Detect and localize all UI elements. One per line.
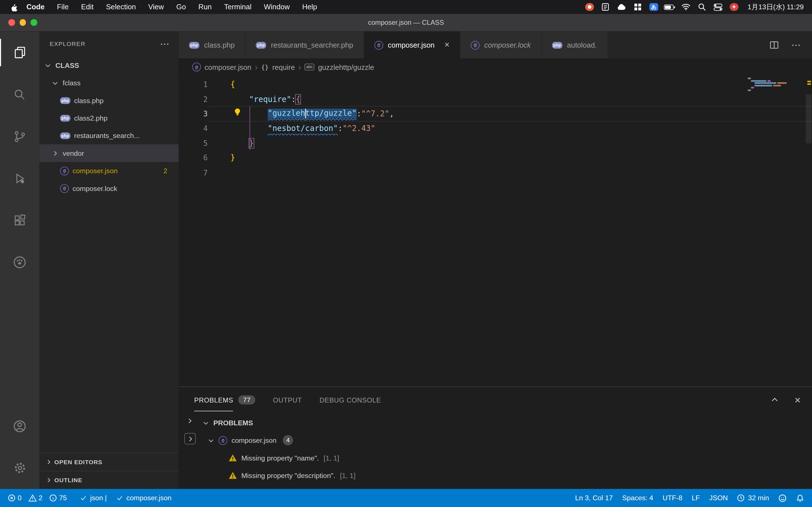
tab-composer-lock[interactable]: @ composer.lock	[460, 32, 542, 59]
wifi-icon[interactable]	[680, 2, 691, 11]
activity-extension-paw[interactable]	[0, 241, 40, 283]
tab-class-php[interactable]: php class.php	[179, 32, 246, 59]
menu-selection[interactable]: Selection	[100, 0, 142, 14]
spotlight-icon[interactable]	[696, 2, 707, 11]
apple-menu-icon[interactable]	[8, 2, 19, 11]
tree-file-composer-lock[interactable]: @ composer.lock	[40, 179, 179, 197]
activity-extensions[interactable]	[0, 199, 40, 241]
git-branch-icon	[13, 129, 27, 143]
tree-folder-vendor[interactable]: vendor	[40, 144, 179, 162]
split-editor-icon[interactable]	[769, 40, 779, 50]
encoding[interactable]: UTF-8	[658, 489, 687, 507]
menu-file[interactable]: File	[51, 0, 74, 14]
menu-help[interactable]: Help	[296, 0, 322, 14]
warning-outline-icon	[28, 494, 36, 502]
indentation[interactable]: Spaces: 4	[617, 489, 658, 507]
menu-terminal[interactable]: Terminal	[218, 0, 257, 14]
problems-summary[interactable]: 0 2 75	[3, 489, 75, 507]
problems-group-label: PROBLEMS	[213, 419, 253, 427]
input-source-icon[interactable]: あ	[648, 2, 659, 11]
panel-tab-problems[interactable]: PROBLEMS 77	[194, 389, 255, 411]
scrollbar-slider[interactable]	[806, 94, 811, 143]
tab-restaurants-searcher-php[interactable]: php restaurants_searcher.php	[246, 32, 364, 59]
cloud-icon[interactable]	[616, 2, 627, 11]
close-panel-icon[interactable]: ×	[795, 396, 801, 404]
composer-icon: @	[192, 62, 201, 71]
chevron-down-icon	[51, 79, 59, 86]
language-mode[interactable]: JSON	[705, 489, 732, 507]
close-tab-icon[interactable]: ×	[444, 41, 449, 49]
activity-explorer[interactable]	[0, 32, 40, 73]
explorer-sidebar: EXPLORER ⋯ CLASS fclass php class.php ph…	[40, 32, 179, 489]
linter-status-json[interactable]: json |	[75, 489, 111, 507]
linter-status-composer[interactable]: composer.json	[111, 489, 176, 507]
activity-settings[interactable]	[0, 447, 40, 489]
overview-ruler[interactable]	[805, 75, 812, 386]
problem-location: [1, 1]	[340, 471, 356, 480]
tree-file-class-php[interactable]: php class.php	[40, 92, 179, 109]
breadcrumb-symbol[interactable]: require	[272, 63, 295, 71]
status-bar: 0 2 75 json | composer.json Ln 3, Col 17…	[0, 489, 812, 507]
tree-file-composer-json[interactable]: @ composer.json 2	[40, 162, 179, 179]
breadcrumb: @ composer.json › {} require › abc guzzl…	[179, 59, 812, 76]
activity-search[interactable]	[0, 73, 40, 115]
tab-autoload[interactable]: php autoload.	[542, 32, 608, 59]
code-editor[interactable]: 1 { 2 "require": { 3 "guzzlehttp/guzzle"…	[179, 75, 812, 386]
panel-tab-debug-console[interactable]: DEBUG CONSOLE	[319, 389, 381, 411]
menu-edit[interactable]: Edit	[75, 0, 99, 14]
minimap[interactable]	[747, 78, 804, 92]
menu-go[interactable]: Go	[170, 0, 192, 14]
explorer-more-actions[interactable]: ⋯	[160, 41, 169, 47]
time-tracker[interactable]: 32 min	[732, 489, 774, 507]
control-center-icon[interactable]	[712, 2, 723, 11]
panel-gutter-chevron-boxed[interactable]	[185, 433, 196, 444]
tree-file-restaurants[interactable]: php restaurants_search...	[40, 127, 179, 144]
tree-root-class[interactable]: CLASS	[40, 56, 179, 74]
notes-icon[interactable]	[600, 2, 611, 11]
record-app-icon[interactable]	[584, 2, 595, 11]
breadcrumb-property[interactable]: guzzlehttp/guzzle	[318, 63, 374, 71]
line-number: 1	[179, 80, 208, 89]
menu-window[interactable]: Window	[258, 0, 296, 14]
cursor-position[interactable]: Ln 3, Col 17	[570, 489, 617, 507]
zoom-window-button[interactable]	[31, 19, 37, 25]
close-window-button[interactable]	[8, 19, 15, 25]
eol-sequence[interactable]: LF	[687, 489, 705, 507]
problems-file-row[interactable]: @ composer.json 4	[179, 432, 812, 449]
problem-location: [1, 1]	[324, 454, 339, 462]
tree-folder-fclass[interactable]: fclass	[40, 74, 179, 92]
file-problems-badge: 4	[283, 435, 293, 446]
screen: Code File Edit Selection View Go Run Ter…	[0, 0, 812, 507]
menubar-clock[interactable]: 1月13日(水) 11:29	[748, 2, 804, 11]
window-title: composer.json — CLASS	[368, 18, 444, 26]
panel-gutter-chevron[interactable]	[185, 415, 195, 426]
app-menu[interactable]: Code	[20, 0, 50, 14]
composer-icon: @	[60, 166, 69, 175]
problem-row[interactable]: Missing property "name". [1, 1]	[179, 449, 812, 466]
menubar-app-icon[interactable]: ✦	[728, 2, 740, 11]
selection-highlight: "guzzlehttp/guzzle"	[268, 109, 357, 119]
problem-row[interactable]: Missing property "description". [1, 1]	[179, 467, 812, 484]
minimize-window-button[interactable]	[19, 19, 26, 25]
feedback-smiley-icon[interactable]	[774, 489, 791, 507]
menu-run[interactable]: Run	[193, 0, 217, 14]
panel-tab-output[interactable]: OUTPUT	[273, 389, 302, 411]
section-open-editors[interactable]: OPEN EDITORS	[40, 453, 179, 471]
section-outline[interactable]: OUTLINE	[40, 471, 179, 489]
activity-source-control[interactable]	[0, 115, 40, 158]
problems-group-row[interactable]: PROBLEMS	[179, 414, 812, 431]
tab-composer-json[interactable]: @ composer.json ×	[364, 32, 460, 59]
maximize-panel-icon[interactable]	[771, 396, 779, 404]
battery-icon[interactable]	[664, 2, 675, 11]
lightbulb-icon[interactable]	[233, 107, 243, 117]
notifications-bell-icon[interactable]	[792, 489, 809, 507]
problems-total-badge: 77	[239, 395, 255, 404]
activity-account[interactable]	[0, 405, 40, 447]
menu-view[interactable]: View	[143, 0, 170, 14]
activity-run-debug[interactable]	[0, 157, 40, 199]
editor-more-actions[interactable]: ⋯	[792, 43, 801, 47]
breadcrumb-file[interactable]: composer.json	[205, 63, 252, 71]
window-grid-icon[interactable]	[632, 2, 644, 11]
tree-file-class2-php[interactable]: php class2.php	[40, 109, 179, 127]
line-number: 6	[179, 154, 208, 162]
